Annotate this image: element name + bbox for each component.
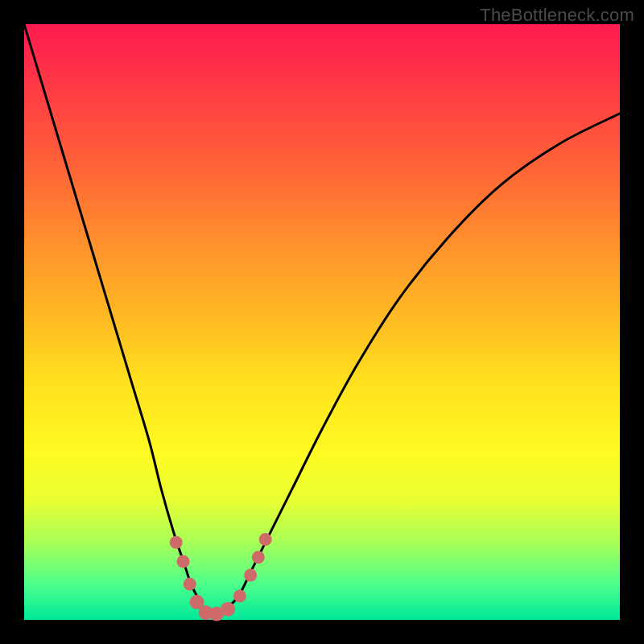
- curve-marker: [252, 551, 265, 564]
- chart-frame: TheBottleneck.com: [0, 0, 644, 644]
- curve-marker: [177, 555, 190, 568]
- curve-marker: [170, 536, 183, 549]
- curve-marker: [221, 602, 235, 617]
- watermark-text: TheBottleneck.com: [480, 5, 634, 26]
- curve-marker: [233, 589, 246, 602]
- curve-marker: [184, 578, 196, 591]
- curve-svg: [24, 24, 620, 620]
- curve-marker: [259, 533, 272, 546]
- bottleneck-curve: [24, 24, 620, 615]
- curve-marker: [244, 569, 257, 582]
- marker-layer: [170, 533, 272, 621]
- plot-area: [24, 24, 620, 620]
